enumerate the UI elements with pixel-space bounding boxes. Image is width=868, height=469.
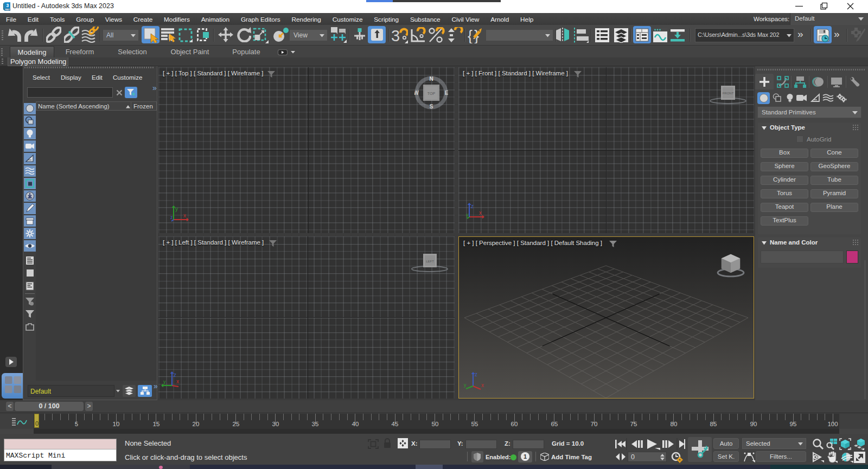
svg-text:{: { (468, 28, 473, 43)
svg-text:S: S (430, 104, 433, 110)
svg-text:x: x (479, 210, 482, 216)
svg-text:N: N (429, 76, 433, 82)
svg-text:3: 3 (391, 27, 400, 43)
svg-text:FRONT: FRONT (723, 92, 734, 95)
svg-text:x: x (176, 378, 179, 384)
svg-text:z: z (471, 203, 474, 209)
svg-text:z: z (475, 371, 477, 377)
svg-text:3: 3 (6, 3, 9, 8)
svg-text:y: y (175, 206, 178, 212)
svg-text:y: y (466, 212, 469, 217)
svg-text:z: z (174, 372, 176, 378)
svg-text:TOP: TOP (427, 92, 436, 95)
svg-text:x: x (481, 382, 484, 388)
svg-text:z: z (170, 215, 173, 220)
svg-text:x: x (183, 213, 186, 219)
svg-text:W: W (414, 90, 419, 96)
svg-text:E: E (445, 90, 448, 96)
svg-text:y: y (464, 382, 467, 388)
svg-text:LEFT: LEFT (426, 260, 434, 263)
svg-text:y: y (163, 379, 166, 384)
svg-text:MAX: MAX (5, 8, 10, 11)
